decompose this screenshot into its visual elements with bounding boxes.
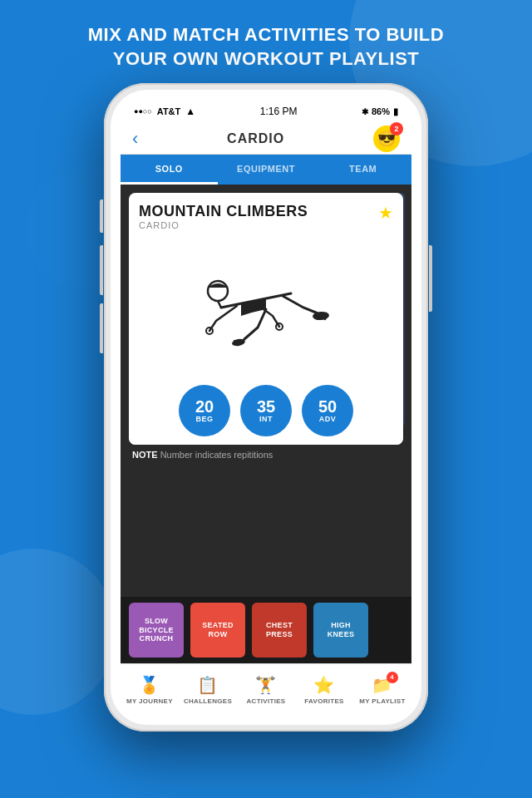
power-button <box>429 245 432 312</box>
challenges-label: CHALLENGES <box>184 697 232 705</box>
user-avatar[interactable]: 😎 2 <box>373 126 400 152</box>
tab-equipment[interactable]: EQUIPMENT <box>218 155 315 185</box>
playlist-item-3[interactable]: HIGH KNEES <box>313 603 368 658</box>
playlist-item-0[interactable]: SLOW BICYCLE CRUNCH <box>129 603 184 658</box>
playlist-item-2[interactable]: CHEST PRESS <box>252 603 307 658</box>
status-time: 1:16 PM <box>260 106 298 117</box>
journey-icon: 🏅 <box>139 675 160 695</box>
main-content: MOUNTAIN CLIMBERS CARDIO ★ <box>121 185 411 597</box>
status-bar: ●●○○ AT&T ▲ 1:16 PM ✱ 86% ▮ <box>121 100 411 123</box>
back-button[interactable]: ‹ <box>132 128 138 150</box>
avatar-badge: 2 <box>390 122 403 135</box>
tab-bar: SOLO EQUIPMENT TEAM <box>121 155 411 185</box>
stat-intermediate: 35 INT <box>240 385 292 436</box>
bluetooth-icon: ✱ <box>362 107 368 116</box>
nav-challenges[interactable]: 📋 CHALLENGES <box>179 675 237 705</box>
stat-int-value: 35 <box>257 398 275 415</box>
exercise-title: MOUNTAIN CLIMBERS <box>139 203 308 220</box>
tab-solo[interactable]: SOLO <box>121 155 218 185</box>
nav-title: CARDIO <box>227 131 284 146</box>
activities-icon: 🏋️ <box>255 675 276 695</box>
status-right: ✱ 86% ▮ <box>362 106 398 117</box>
stat-int-label: INT <box>259 415 273 423</box>
stat-beg-value: 20 <box>195 398 214 415</box>
activities-label: ACTIVITIES <box>246 697 285 705</box>
playlist-icon: 📁 4 <box>372 675 392 695</box>
phone-frame: ●●○○ AT&T ▲ 1:16 PM ✱ 86% ▮ ‹ CARDIO 😎 2 <box>104 83 428 732</box>
tab-team[interactable]: TEAM <box>314 155 411 185</box>
wifi-icon: ▲ <box>185 106 195 117</box>
playlist-badge: 4 <box>387 672 398 683</box>
card-header: MOUNTAIN CLIMBERS CARDIO ★ <box>129 193 403 235</box>
nav-journey[interactable]: 🏅 MY JOURNEY <box>121 675 179 705</box>
phone-screen: ●●○○ AT&T ▲ 1:16 PM ✱ 86% ▮ ‹ CARDIO 😎 2 <box>111 90 421 725</box>
journey-label: MY JOURNEY <box>126 697 173 705</box>
exercise-image <box>129 235 403 377</box>
note-label: NOTE <box>132 450 158 460</box>
exercise-svg <box>175 248 357 364</box>
signal-dots: ●●○○ <box>134 107 152 116</box>
card-title-group: MOUNTAIN CLIMBERS CARDIO <box>139 203 308 230</box>
playlist-item-1[interactable]: SEATED ROW <box>190 603 245 658</box>
volume-up-button <box>100 245 103 295</box>
volume-down-button <box>100 303 103 353</box>
stat-adv-value: 50 <box>318 398 337 415</box>
mute-button <box>100 200 103 233</box>
status-left: ●●○○ AT&T ▲ <box>134 106 195 117</box>
note-content: Number indicates repititions <box>160 450 273 460</box>
nav-bar: ‹ CARDIO 😎 2 <box>121 123 411 155</box>
exercise-subtitle: CARDIO <box>139 220 308 230</box>
stat-adv-label: ADV <box>319 415 337 423</box>
app-screen: ●●○○ AT&T ▲ 1:16 PM ✱ 86% ▮ ‹ CARDIO 😎 2 <box>121 100 411 715</box>
challenges-icon: 📋 <box>197 675 218 695</box>
exercise-card[interactable]: MOUNTAIN CLIMBERS CARDIO ★ <box>129 193 403 445</box>
stat-beg-label: BEG <box>195 415 213 423</box>
battery-icon: ▮ <box>393 106 398 117</box>
favorites-icon: ⭐ <box>313 675 334 695</box>
nav-favorites[interactable]: ⭐ FAVORITES <box>295 675 353 705</box>
playlist-nav-label: MY PLAYLIST <box>359 697 405 705</box>
carrier-label: AT&T <box>157 106 181 116</box>
nav-playlist[interactable]: 📁 4 MY PLAYLIST <box>353 675 411 705</box>
playlist-row: SLOW BICYCLE CRUNCH SEATED ROW CHEST PRE… <box>121 597 411 663</box>
bottom-nav: 🏅 MY JOURNEY 📋 CHALLENGES 🏋️ ACTIVITIES … <box>121 663 411 715</box>
stat-beginner: 20 BEG <box>179 385 230 436</box>
stat-advanced: 50 ADV <box>302 385 353 436</box>
favorite-star-icon[interactable]: ★ <box>378 203 393 223</box>
note-bar: NOTE Number indicates repititions <box>121 445 411 465</box>
nav-activities[interactable]: 🏋️ ACTIVITIES <box>237 675 295 705</box>
favorites-label: FAVORITES <box>304 697 343 705</box>
stats-row: 20 BEG 35 INT 50 ADV <box>129 377 403 445</box>
battery-label: 86% <box>372 106 390 116</box>
